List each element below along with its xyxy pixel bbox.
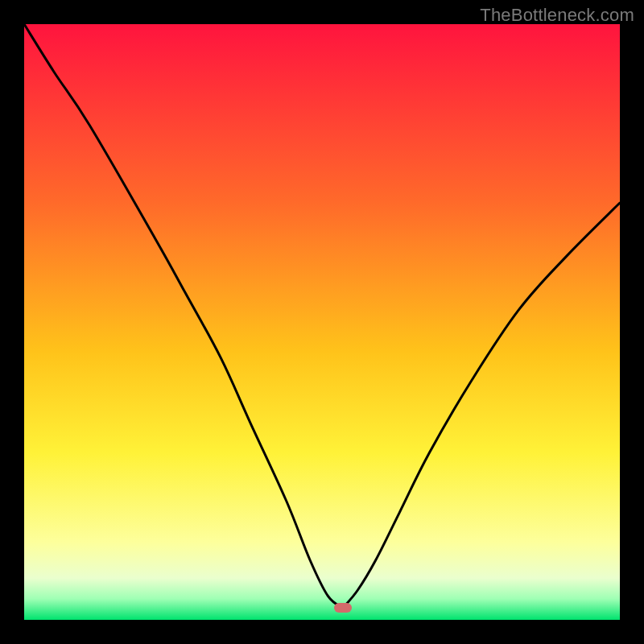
- watermark-text: TheBottleneck.com: [480, 5, 634, 26]
- plot-area: [24, 24, 620, 620]
- minimum-marker: [334, 603, 352, 613]
- gradient-background: [24, 24, 620, 620]
- chart-frame: TheBottleneck.com: [0, 0, 644, 644]
- plot-svg: [24, 24, 620, 620]
